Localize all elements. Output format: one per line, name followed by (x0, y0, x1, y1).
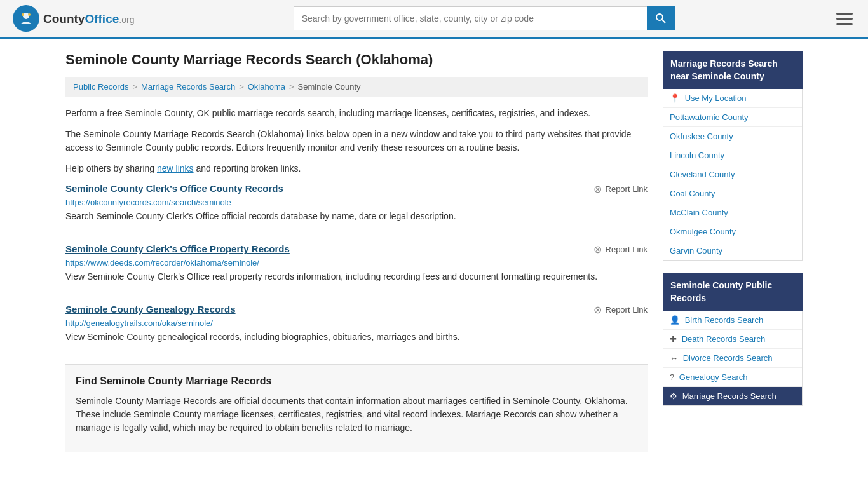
result-title-row-3: Seminole County Genealogy Records ⊗ Repo… (65, 304, 648, 316)
page-title: Seminole County Marriage Records Search … (65, 51, 648, 68)
find-section-text: Seminole County Marriage Records are off… (76, 395, 637, 435)
genealogy-icon: ? (670, 372, 674, 382)
sidebar-public-list: 👤 Birth Records Search ✚ Death Records S… (663, 311, 803, 406)
report-icon-1: ⊗ (593, 183, 602, 195)
sidebar-public-header: Seminole County Public Records (663, 273, 803, 311)
menu-bar-3 (836, 23, 853, 25)
breadcrumb-sep-2: > (239, 82, 244, 92)
report-link-1[interactable]: ⊗ Report Link (593, 183, 648, 195)
intro-p3-prefix: Help others by sharing (65, 163, 157, 173)
result-url-1: https://okcountyrecords.com/search/semin… (65, 198, 648, 207)
sidebar-nearby-header: Marriage Records Search near Seminole Co… (663, 51, 803, 89)
marriage-icon: ⚙ (670, 391, 677, 401)
sidebar-marriage-records-active[interactable]: ⚙ Marriage Records Search (663, 387, 802, 405)
location-pin-icon: 📍 (670, 93, 680, 103)
breadcrumb: Public Records > Marriage Records Search… (65, 77, 648, 97)
svg-point-1 (23, 13, 29, 19)
search-area (294, 6, 675, 30)
sidebar-death-records[interactable]: ✚ Death Records Search (663, 330, 802, 349)
results-list: Seminole County Clerk's Office County Re… (65, 183, 648, 349)
page-header: CountyOffice.org (0, 0, 868, 39)
marriage-records-link[interactable]: Marriage Records Search (682, 391, 776, 401)
breadcrumb-oklahoma[interactable]: Oklahoma (248, 82, 285, 92)
sidebar-county-6[interactable]: McClain County (663, 203, 802, 222)
sidebar: Marriage Records Search near Seminole Co… (663, 51, 803, 452)
search-button[interactable] (647, 6, 675, 30)
svg-point-3 (28, 13, 31, 16)
result-title-row-2: Seminole County Clerk's Office Property … (65, 243, 648, 255)
report-link-label-2: Report Link (606, 245, 648, 254)
result-desc-3: View Seminole County genealogical record… (65, 330, 648, 344)
result-desc-2: View Seminole County Clerk's Office real… (65, 270, 648, 283)
logo-area: CountyOffice.org (13, 5, 134, 32)
sidebar-county-5[interactable]: Coal County (663, 184, 802, 203)
county-link-7[interactable]: Okmulgee County (670, 227, 736, 236)
sidebar-divorce-records[interactable]: ↔ Divorce Records Search (663, 349, 802, 368)
menu-bar-2 (836, 18, 853, 20)
breadcrumb-sep-3: > (289, 82, 294, 92)
report-icon-2: ⊗ (593, 243, 602, 255)
sidebar-nearby-section: Marriage Records Search near Seminole Co… (663, 51, 803, 261)
sidebar-county-2[interactable]: Okfuskee County (663, 127, 802, 146)
menu-bar-1 (836, 13, 853, 15)
content-area: Seminole County Marriage Records Search … (65, 51, 648, 452)
intro-p1: Perform a free Seminole County, OK publi… (65, 107, 648, 120)
sidebar-county-4[interactable]: Cleveland County (663, 165, 802, 184)
report-link-3[interactable]: ⊗ Report Link (593, 304, 648, 316)
result-title-link-3[interactable]: Seminole County Genealogy Records (65, 304, 236, 315)
result-title-link-1[interactable]: Seminole County Clerk's Office County Re… (65, 183, 283, 194)
intro-p3: Help others by sharing new links and rep… (65, 162, 648, 175)
report-link-2[interactable]: ⊗ Report Link (593, 243, 648, 255)
county-link-3[interactable]: Lincoln County (670, 151, 724, 160)
svg-line-5 (662, 20, 665, 23)
result-item-1: Seminole County Clerk's Office County Re… (65, 183, 648, 228)
county-link-8[interactable]: Garvin County (670, 246, 722, 255)
logo-text: CountyOffice.org (43, 11, 134, 26)
report-link-label-1: Report Link (606, 184, 648, 194)
result-item-2: Seminole County Clerk's Office Property … (65, 243, 648, 288)
breadcrumb-public-records[interactable]: Public Records (73, 82, 128, 92)
sidebar-genealogy[interactable]: ? Genealogy Search (663, 368, 802, 387)
sidebar-use-location[interactable]: 📍 Use My Location (663, 89, 802, 108)
divorce-icon: ↔ (670, 353, 678, 363)
genealogy-link[interactable]: Genealogy Search (679, 372, 748, 382)
svg-point-4 (656, 14, 663, 20)
sidebar-nearby-list: 📍 Use My Location Pottawatomie County Ok… (663, 89, 803, 261)
intro-p2: The Seminole County Marriage Records Sea… (65, 128, 648, 154)
sidebar-county-1[interactable]: Pottawatomie County (663, 108, 802, 127)
logo-icon (13, 5, 39, 32)
result-url-2: https://www.deeds.com/recorder/oklahoma/… (65, 258, 648, 268)
result-url-3: http://genealogytrails.com/oka/seminole/ (65, 318, 648, 328)
sidebar-county-3[interactable]: Lincoln County (663, 146, 802, 165)
sidebar-birth-records[interactable]: 👤 Birth Records Search (663, 311, 802, 330)
county-link-4[interactable]: Cleveland County (670, 170, 735, 179)
result-item-3: Seminole County Genealogy Records ⊗ Repo… (65, 304, 648, 349)
sidebar-public-section: Seminole County Public Records 👤 Birth R… (663, 273, 803, 406)
birth-icon: 👤 (670, 315, 680, 325)
result-title-link-2[interactable]: Seminole County Clerk's Office Property … (65, 243, 290, 254)
county-link-6[interactable]: McClain County (670, 208, 728, 217)
search-input[interactable] (294, 6, 647, 30)
intro-p3-suffix: and reporting broken links. (194, 163, 301, 173)
sidebar-county-8[interactable]: Garvin County (663, 241, 802, 260)
find-section: Find Seminole County Marriage Records Se… (65, 364, 648, 452)
menu-button[interactable] (834, 10, 855, 27)
death-icon: ✚ (670, 334, 677, 344)
result-desc-1: Search Seminole County Clerk's Office of… (65, 210, 648, 223)
sidebar-county-7[interactable]: Okmulgee County (663, 222, 802, 241)
use-my-location-link[interactable]: Use My Location (685, 93, 747, 103)
svg-point-2 (22, 13, 24, 16)
county-link-1[interactable]: Pottawatomie County (670, 112, 749, 122)
result-title-row-1: Seminole County Clerk's Office County Re… (65, 183, 648, 195)
county-link-2[interactable]: Okfuskee County (670, 132, 733, 141)
breadcrumb-current: Seminole County (298, 82, 361, 92)
death-records-link[interactable]: Death Records Search (682, 334, 766, 344)
breadcrumb-marriage-records[interactable]: Marriage Records Search (141, 82, 235, 92)
county-link-5[interactable]: Coal County (670, 189, 715, 198)
report-icon-3: ⊗ (593, 304, 602, 316)
new-links-link[interactable]: new links (157, 163, 194, 173)
find-section-title: Find Seminole County Marriage Records (76, 376, 637, 387)
divorce-records-link[interactable]: Divorce Records Search (683, 353, 773, 363)
report-link-label-3: Report Link (606, 305, 648, 315)
birth-records-link[interactable]: Birth Records Search (685, 315, 764, 325)
